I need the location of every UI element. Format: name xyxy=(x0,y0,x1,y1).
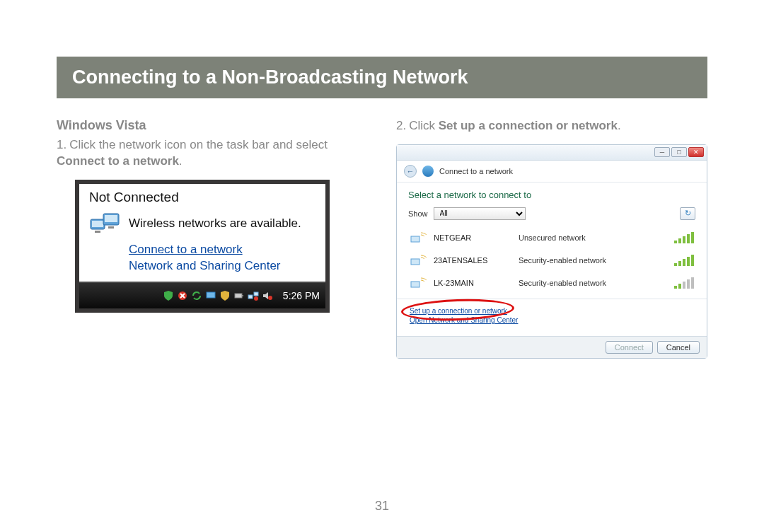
cancel-button[interactable]: Cancel xyxy=(657,341,700,354)
window-close-button[interactable]: ✕ xyxy=(688,147,704,157)
link-setup-connection[interactable]: Set up a connection or network xyxy=(410,306,694,316)
section-title-bar: Connecting to a Non-Broadcasting Network xyxy=(57,57,707,98)
refresh-button[interactable]: ↻ xyxy=(680,207,695,220)
dialog-titlebar: ─ □ ✕ xyxy=(397,145,707,161)
tooltip-row: Wireless networks are available. xyxy=(89,209,317,238)
dialog-footer: Connect Cancel xyxy=(397,336,707,358)
dialog-header: ← Connect to a network xyxy=(397,161,707,183)
link-connect-to-network[interactable]: Connect to a network xyxy=(129,242,317,258)
svg-rect-4 xyxy=(95,231,100,233)
globe-icon xyxy=(422,166,434,177)
network-name: NETGEAR xyxy=(434,233,511,242)
network-row[interactable]: 23ATENSALES Security-enabled network xyxy=(408,249,695,272)
tray-battery-icon xyxy=(233,290,245,301)
svg-rect-1 xyxy=(92,221,103,227)
screenshot-network-tooltip: Not Connected Wirel xyxy=(75,180,330,313)
left-column: Windows Vista 1.Click the network icon o… xyxy=(57,118,368,359)
dialog-body: Select a network to connect to Show All … xyxy=(397,183,707,336)
tray-alert-icon xyxy=(177,290,188,301)
right-column: 2.Click Set up a connection or network. … xyxy=(396,118,707,359)
network-name: LK-23MAIN xyxy=(434,279,511,287)
svg-rect-10 xyxy=(248,295,253,299)
step-1-bold: Connect to a network xyxy=(57,154,179,168)
taskbar: 5:26 PM xyxy=(79,283,325,308)
network-security: Security-enabled network xyxy=(519,256,667,265)
svg-rect-16 xyxy=(411,282,419,287)
step-2-number: 2. xyxy=(396,119,406,132)
svg-rect-11 xyxy=(254,292,258,296)
svg-rect-14 xyxy=(411,236,419,242)
screenshot-connect-dialog: ─ □ ✕ ← Connect to a network Select a ne… xyxy=(396,144,707,359)
svg-rect-15 xyxy=(411,259,419,265)
tray-shield-icon xyxy=(163,290,174,301)
link-open-sharing-center[interactable]: Open Network and Sharing Center xyxy=(410,316,694,325)
network-list: NETGEAR Unsecured network 23ATENSALES Se… xyxy=(408,226,695,294)
wireless-icon xyxy=(410,231,427,245)
content-columns: Windows Vista 1.Click the network icon o… xyxy=(57,118,707,359)
dialog-title-text: Connect to a network xyxy=(439,167,513,175)
signal-strength-icon xyxy=(674,232,694,243)
tray-network-icon xyxy=(248,290,259,301)
svg-point-13 xyxy=(268,296,272,300)
window-minimize-button[interactable]: ─ xyxy=(654,147,670,157)
network-row[interactable]: LK-23MAIN Security-enabled network xyxy=(408,272,695,294)
step-2-part-c: . xyxy=(618,119,621,132)
svg-rect-3 xyxy=(105,215,117,222)
tray-monitor-icon xyxy=(205,290,216,301)
svg-point-12 xyxy=(254,296,258,301)
network-security: Unsecured network xyxy=(519,233,667,242)
tray-sync-icon xyxy=(191,290,202,301)
step-2-part-a: Click xyxy=(409,119,439,132)
divider xyxy=(397,299,707,299)
network-name: 23ATENSALES xyxy=(434,256,511,265)
step-1-part-a: Click the network icon on the task bar a… xyxy=(69,138,328,151)
step-2-text: 2.Click Set up a connection or network. xyxy=(396,118,707,134)
svg-rect-7 xyxy=(207,292,215,298)
manual-page: Connecting to a Non-Broadcasting Network… xyxy=(57,57,707,359)
signal-strength-icon xyxy=(674,277,694,289)
network-tooltip: Not Connected Wirel xyxy=(79,184,325,283)
window-maximize-button[interactable]: □ xyxy=(671,147,687,157)
wireless-icon xyxy=(410,253,427,267)
tooltip-links: Connect to a network Network and Sharing… xyxy=(129,242,317,274)
section-title: Connecting to a Non-Broadcasting Network xyxy=(72,66,692,88)
link-network-sharing-center[interactable]: Network and Sharing Center xyxy=(129,258,317,274)
taskbar-clock: 5:26 PM xyxy=(283,290,320,301)
wireless-icon xyxy=(410,276,427,290)
dialog-links: Set up a connection or network Open Netw… xyxy=(408,303,695,332)
network-row[interactable]: NETGEAR Unsecured network xyxy=(408,226,695,249)
step-1-part-c: . xyxy=(179,154,183,168)
svg-rect-5 xyxy=(108,226,114,229)
tooltip-status: Not Connected xyxy=(89,190,317,205)
step-1-text: 1.Click the network icon on the task bar… xyxy=(57,137,368,170)
signal-strength-icon xyxy=(674,255,694,266)
tray-volume-icon xyxy=(262,290,273,301)
tray-shield2-icon xyxy=(219,290,231,301)
os-subheading: Windows Vista xyxy=(57,118,368,133)
computers-icon xyxy=(89,209,122,238)
select-network-label: Select a network to connect to xyxy=(408,190,695,200)
connect-button[interactable]: Connect xyxy=(606,341,653,354)
svg-rect-8 xyxy=(235,294,242,298)
show-filter-row: Show All ↻ xyxy=(408,207,695,220)
show-filter-select[interactable]: All xyxy=(434,207,526,220)
show-label: Show xyxy=(408,209,428,218)
tooltip-available-text: Wireless networks are available. xyxy=(129,216,301,231)
network-security: Security-enabled network xyxy=(519,279,667,287)
back-button[interactable]: ← xyxy=(404,165,417,178)
step-1-number: 1. xyxy=(57,138,66,151)
system-tray xyxy=(163,290,273,301)
svg-rect-9 xyxy=(242,295,243,296)
page-number: 31 xyxy=(0,499,764,514)
step-2-bold: Set up a connection or network xyxy=(439,119,618,132)
